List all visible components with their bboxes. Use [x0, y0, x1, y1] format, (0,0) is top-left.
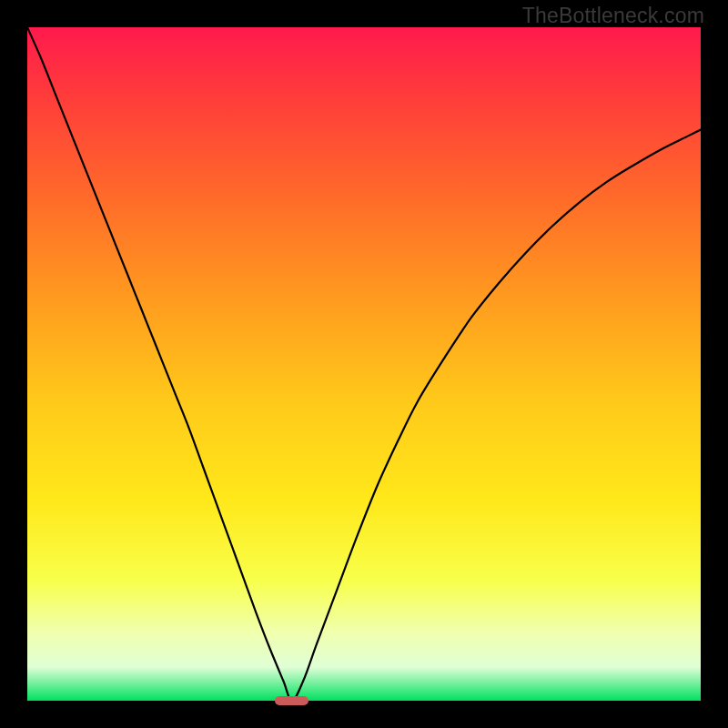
- curve-path: [27, 27, 701, 701]
- bottleneck-curve: [0, 0, 728, 728]
- minimum-marker: [275, 696, 308, 705]
- chart-frame: TheBottleneck.com: [0, 0, 728, 728]
